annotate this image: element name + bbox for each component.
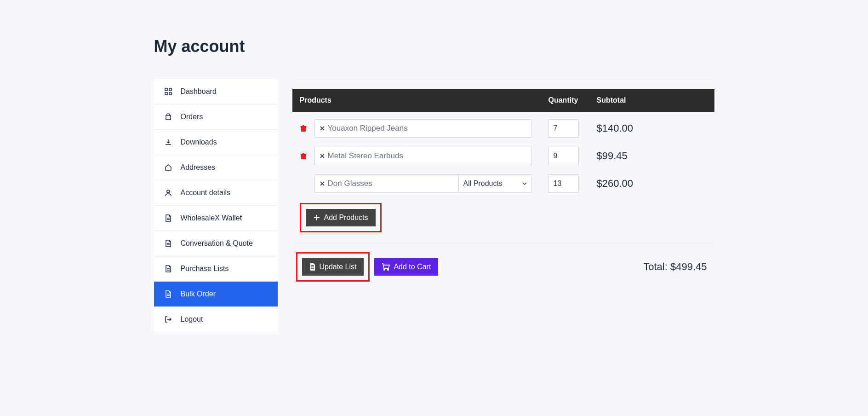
button-label: Add to Cart (394, 263, 431, 271)
subtotal-value: $260.00 (597, 178, 707, 190)
header-products: Products (300, 96, 548, 104)
clear-icon[interactable]: ✕ (320, 152, 325, 160)
document-icon (164, 265, 172, 273)
table-row: ✕ Metal Stereo Earbuds $99.45 (292, 142, 714, 170)
sidebar-item-wallet[interactable]: WholesaleX Wallet (154, 206, 278, 231)
home-icon (164, 163, 172, 172)
sidebar-item-label: Conversation & Quote (181, 239, 253, 248)
sidebar-item-label: Orders (181, 113, 203, 121)
svg-rect-2 (165, 92, 167, 95)
product-name: Metal Stereo Earbuds (328, 151, 403, 161)
page-title: My account (154, 0, 714, 79)
sidebar-item-purchase-lists[interactable]: Purchase Lists (154, 256, 278, 282)
product-input[interactable]: ✕ Metal Stereo Earbuds (314, 147, 532, 165)
category-dropdown[interactable]: All Products (458, 174, 532, 193)
product-name: Youaxon Ripped Jeans (328, 124, 408, 133)
total-text: Total: $499.45 (643, 261, 707, 273)
svg-rect-1 (169, 88, 171, 91)
grid-icon (164, 87, 172, 96)
sidebar-item-label: Logout (181, 315, 203, 324)
logout-icon (164, 315, 172, 324)
svg-rect-3 (169, 92, 171, 95)
dropdown-label: All Products (463, 179, 503, 188)
document-icon (164, 290, 172, 298)
sidebar-item-label: Downloads (181, 138, 217, 146)
quantity-input[interactable] (548, 147, 579, 165)
sidebar-item-label: Bulk Order (181, 290, 216, 298)
sidebar-item-label: Purchase Lists (181, 265, 229, 273)
svg-point-4 (167, 190, 170, 193)
quantity-input[interactable] (548, 174, 579, 193)
trash-icon[interactable] (300, 125, 307, 132)
chevron-down-icon (522, 182, 527, 185)
sidebar-item-downloads[interactable]: Downloads (154, 130, 278, 155)
sidebar-item-label: Dashboard (181, 87, 217, 96)
product-input[interactable]: ✕ Youaxon Ripped Jeans (314, 119, 532, 138)
cart-icon (382, 263, 390, 271)
sidebar-item-account-details[interactable]: Account details (154, 180, 278, 206)
header-quantity: Quantity (548, 96, 597, 104)
document-icon (164, 239, 172, 248)
table-header: Products Quantity Subtotal (292, 89, 714, 112)
document-icon (309, 263, 316, 271)
main-content: Products Quantity Subtotal (292, 79, 714, 332)
plus-icon (313, 214, 320, 221)
clear-icon[interactable]: ✕ (320, 180, 325, 187)
svg-point-6 (388, 269, 389, 271)
quantity-input[interactable] (548, 119, 579, 138)
header-subtotal: Subtotal (597, 96, 707, 104)
subtotal-value: $99.45 (597, 150, 707, 162)
sidebar-item-bulk-order[interactable]: Bulk Order (154, 282, 278, 307)
sidebar-item-dashboard[interactable]: Dashboard (154, 79, 278, 104)
highlight-box: Update List (296, 252, 370, 282)
clear-icon[interactable]: ✕ (320, 125, 325, 132)
table-row: ✕ Don Glasses All Products (292, 170, 714, 197)
sidebar-item-conversation[interactable]: Conversation & Quote (154, 231, 278, 256)
button-label: Update List (320, 263, 357, 271)
table-row: ✕ Youaxon Ripped Jeans $140.00 (292, 112, 714, 142)
sidebar-item-label: Account details (181, 189, 231, 197)
products-table: Products Quantity Subtotal (292, 89, 714, 290)
bag-icon (164, 113, 172, 121)
add-to-cart-button[interactable]: Add to Cart (374, 258, 438, 276)
download-icon (164, 138, 172, 146)
update-list-button[interactable]: Update List (302, 258, 364, 276)
product-input[interactable]: ✕ Don Glasses (314, 174, 458, 193)
subtotal-value: $140.00 (597, 122, 707, 134)
document-icon (164, 214, 172, 222)
sidebar-item-label: WholesaleX Wallet (181, 214, 242, 222)
trash-icon[interactable] (300, 152, 307, 160)
add-products-button[interactable]: Add Products (306, 209, 376, 226)
user-icon (164, 189, 172, 197)
svg-rect-0 (165, 88, 167, 91)
sidebar-item-logout[interactable]: Logout (154, 307, 278, 332)
button-label: Add Products (324, 214, 368, 222)
sidebar-item-orders[interactable]: Orders (154, 104, 278, 130)
sidebar-item-addresses[interactable]: Addresses (154, 155, 278, 180)
product-name: Don Glasses (328, 179, 372, 188)
sidebar-item-label: Addresses (181, 163, 216, 172)
highlight-box: Add Products (300, 203, 382, 232)
svg-point-5 (384, 269, 385, 271)
sidebar: Dashboard Orders Downloads Addresses (154, 79, 278, 332)
